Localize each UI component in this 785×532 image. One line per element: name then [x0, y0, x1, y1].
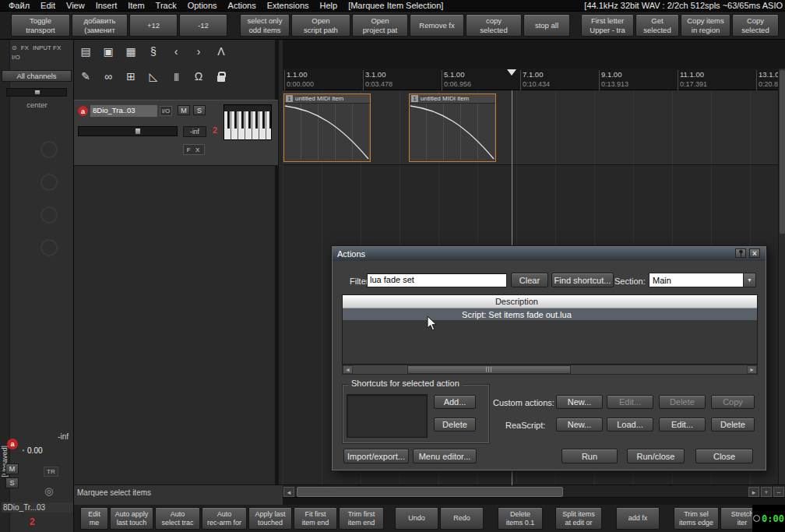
reascript-new-button[interactable]: New... [556, 417, 603, 432]
send-knob[interactable] [40, 239, 58, 256]
grid-lines-icon[interactable]: ||| [167, 66, 185, 86]
track-lane[interactable]: 1 untitled MIDI item 1 untitled MIDI ite… [283, 90, 785, 165]
first-letter-upper-button[interactable]: First letter Upper - tra [581, 14, 634, 37]
menu-actions[interactable]: Actions [223, 1, 262, 10]
track-name-field[interactable]: 8Dio_Tra..03 [90, 105, 157, 117]
track-panel[interactable]: a 8Dio_Tra..03 I/O M S -inf 2 F X [74, 100, 278, 166]
scroll-right-arrow[interactable]: ▸ [747, 365, 757, 374]
menu-editor-button[interactable]: Menu editor... [413, 449, 477, 463]
menu-file[interactable]: Файл [3, 1, 35, 10]
auto-rec-arm-button[interactable]: Auto rec-arm for [202, 507, 247, 530]
vertical-scrollbar[interactable] [778, 69, 785, 484]
vertical-scroll-thumb[interactable] [780, 70, 785, 234]
scroll-left-arrow[interactable]: ◂ [283, 487, 294, 497]
pan-slider-thumb[interactable] [34, 90, 40, 95]
menu-help[interactable]: Help [315, 1, 343, 10]
send-knob[interactable] [40, 206, 58, 224]
lock-icon[interactable] [213, 66, 230, 86]
link-icon[interactable]: ∞ [100, 66, 117, 86]
import-export-button[interactable]: Import/export... [343, 449, 409, 463]
shortcut-listbox[interactable] [347, 394, 428, 438]
redo-arrow-icon[interactable]: › [190, 41, 207, 62]
send-knob[interactable] [40, 141, 58, 158]
run-button[interactable]: Run [561, 449, 618, 463]
snap-magnet-icon[interactable]: Ω [190, 66, 207, 86]
reascript-edit-button[interactable]: Edit... [659, 417, 706, 432]
zoom-out-button[interactable]: − [773, 487, 784, 497]
item-fade-area[interactable] [284, 104, 370, 160]
copy-selected-2-button[interactable]: Copy selected [732, 14, 779, 37]
pitch-up-12-button[interactable]: +12 [129, 14, 178, 37]
select-odd-items-button[interactable]: select only odd items [240, 14, 290, 37]
all-channels-button[interactable]: All channels [2, 70, 72, 82]
remove-fx-button[interactable]: Remove fx [410, 14, 464, 37]
add-shortcut-button[interactable]: Add... [434, 395, 476, 409]
trim-sel-items-edge-button[interactable]: Trim sel items edge [674, 507, 719, 530]
auto-select-track-button[interactable]: Auto select trac [155, 507, 200, 530]
list-column-header[interactable]: Description [343, 295, 757, 308]
open-script-path-button[interactable]: Open script path [291, 14, 350, 37]
new-project-icon[interactable]: ▤ [77, 41, 94, 62]
solo-button[interactable]: S [5, 477, 19, 488]
menu-insert[interactable]: Insert [90, 1, 123, 10]
delete-items-button[interactable]: Delete items 0.1 [498, 507, 543, 530]
reascript-load-button[interactable]: Load... [607, 417, 653, 432]
list-scroll-thumb[interactable] [407, 365, 571, 374]
menu-extensions[interactable]: Extensions [262, 1, 315, 10]
volume-fader-thumb[interactable] [135, 128, 141, 135]
timeline-ruler[interactable]: 1.1.000:00.000 3.1.000:03.478 5.1.000:06… [283, 69, 785, 90]
reascript-delete-button[interactable]: Delete [711, 417, 755, 432]
section-select[interactable]: Main ▼ [649, 273, 756, 287]
split-items-button[interactable]: Split items at edit or [555, 507, 602, 530]
clear-button[interactable]: Clear [511, 273, 548, 287]
envelope-icon[interactable]: ◺ [145, 66, 162, 86]
item-fade-area[interactable] [410, 104, 495, 160]
close-icon[interactable]: × [749, 248, 760, 258]
horizontal-scrollbar[interactable]: ◂ ▸ + − [283, 484, 785, 498]
close-button[interactable]: Close [695, 449, 753, 463]
track-mute-button[interactable]: M [178, 105, 190, 115]
track-solo-button[interactable]: S [193, 105, 206, 115]
zoom-in-button[interactable]: + [761, 487, 772, 497]
custom-new-button[interactable]: New... [556, 395, 603, 409]
list-horizontal-scrollbar[interactable]: ◂ ▸ [342, 365, 758, 375]
selected-action-row[interactable]: Script: Set items fade out.lua [343, 308, 757, 320]
send-knob[interactable] [40, 174, 58, 191]
undo-button[interactable]: Undo [395, 507, 438, 530]
fit-first-item-end-button[interactable]: Fit first item end [294, 507, 337, 530]
track-record-arm-badge[interactable]: a [78, 106, 88, 116]
menu-item[interactable]: Item [122, 1, 150, 10]
track-fx-button[interactable]: F X [183, 144, 205, 155]
open-project-icon[interactable]: ▣ [100, 41, 117, 62]
menu-view[interactable]: View [61, 1, 90, 10]
scroll-right-arrow[interactable]: ▸ [748, 487, 759, 497]
transport-time-display[interactable]: 0:00 [752, 505, 785, 532]
menu-edit[interactable]: Edit [35, 1, 61, 10]
track-record-badge[interactable]: a [7, 439, 18, 449]
master-fx-button[interactable]: FX [21, 44, 29, 51]
redo-button[interactable]: Redo [440, 507, 484, 530]
grouping-icon[interactable]: ⊞ [122, 66, 139, 86]
copy-selected-button[interactable]: copy selected [466, 14, 522, 37]
stop-all-button[interactable]: stop all [523, 14, 570, 37]
find-shortcut-button[interactable]: Find shortcut... [551, 273, 614, 287]
open-project-path-button[interactable]: Open project pat [352, 14, 408, 37]
edit-me-button[interactable]: Edit me [80, 507, 108, 530]
filter-input[interactable]: lua fade set [367, 273, 507, 287]
add-fx-button[interactable]: add fx [616, 507, 660, 530]
metronome-icon[interactable]: Λ [213, 41, 230, 62]
save-project-icon[interactable]: ▦ [122, 41, 139, 62]
chevron-down-icon[interactable]: ▼ [743, 273, 755, 287]
copy-items-in-region-button[interactable]: Copy items in region [681, 14, 730, 37]
mute-button[interactable]: M [5, 463, 19, 474]
track-volume-fader[interactable] [78, 126, 178, 136]
attach-icon[interactable]: § [145, 41, 162, 62]
pitch-down-12-button[interactable]: -12 [179, 14, 227, 37]
dialog-title-bar[interactable]: Actions [333, 247, 766, 261]
delete-shortcut-button[interactable]: Delete [434, 417, 476, 432]
trim-mode-button[interactable]: TR [44, 467, 58, 477]
horizontal-scroll-thumb[interactable] [297, 487, 563, 497]
undo-arrow-icon[interactable]: ‹ [167, 41, 185, 62]
toggle-transport-button[interactable]: Toggle transport [11, 14, 70, 37]
get-selected-button[interactable]: Get selected [635, 14, 679, 37]
